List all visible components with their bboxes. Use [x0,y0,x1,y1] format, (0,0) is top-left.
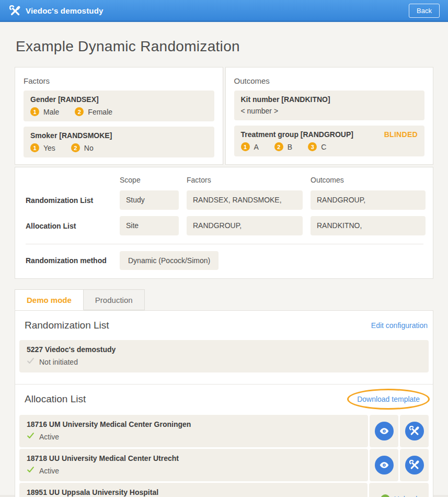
factor-title: Smoker [RANDSMOKE] [30,131,208,140]
number-badge: 2 [75,107,84,116]
allocation-row: 18716 UM University Medical Center Groni… [19,415,429,447]
tools-icon [409,426,420,436]
factor-card-gender: Gender [RANDSEX] 1 Male 2 Female [24,91,214,121]
number-badge: 3 [308,142,317,151]
mode-tabs: Demo mode Production [15,289,433,310]
outcome-title: Kit number [RANDKITNO] [241,95,418,104]
app-bar: Viedoc's demostudy Back [0,0,448,22]
randomization-method-value: Dynamic (Pocock/Simon) [120,251,219,270]
factor-value: 1 Yes [30,143,55,152]
site-title: 18718 UU University Medical Center Utrec… [27,454,361,462]
factor-title: Gender [RANDSEX] [30,95,208,104]
factor-value: 2 No [71,143,94,152]
upload-button[interactable]: + Upload [369,483,429,497]
outcome-value: 3 C [308,142,326,151]
allocation-list-title: Allocation List [25,393,86,405]
upload-link-label: Upload [394,495,417,497]
back-button[interactable]: Back [409,4,440,18]
number-badge: 2 [274,142,283,151]
blinded-badge: BLINDED [384,130,418,139]
status-text: Active [39,433,59,441]
factor-value: 2 Female [75,107,112,116]
randomization-list-title: Randomization List [25,320,109,331]
cell-outcomes: RANDGROUP, [311,190,426,210]
number-badge: 1 [30,143,39,152]
view-list-button[interactable] [375,456,394,475]
site-title: 18716 UM University Medical Center Groni… [27,420,361,428]
outcome-value: 2 B [274,142,292,151]
cell-factors: RANDGROUP, [187,216,303,235]
status-text: Active [39,467,59,475]
app-title: Viedoc's demostudy [26,6,104,15]
factors-panel: Factors Gender [RANDSEX] 1 Male 2 Female… [15,67,223,165]
lists-panel: Randomization List Edit configuration 52… [15,310,433,497]
plus-icon: + [381,494,390,497]
cell-factors: RANDSEX, RANDSMOKE, [187,190,303,210]
page-title: Example Dynamic Randomization [16,38,432,55]
number-badge: 2 [71,143,80,152]
check-icon [27,432,35,442]
configuration-table-panel: Scope Factors Outcomes Randomization Lis… [15,167,433,279]
randomization-list-item: 5227 Viedoc's demostudy Not initiated [19,340,429,372]
configure-list-button[interactable] [405,456,424,475]
column-header-factors: Factors [187,174,303,184]
status-text: Not initiated [39,358,78,366]
check-icon [27,466,35,476]
divider [26,244,423,244]
number-badge: 1 [241,142,250,151]
number-badge: 1 [30,107,39,116]
outcome-value: 1 A [241,142,259,151]
annotation-highlight-ellipse: Download template [347,389,430,410]
tools-icon [9,5,21,17]
site-title: 18951 UU Uppsala University Hospital [27,488,360,496]
allocation-site-info: 18716 UM University Medical Center Groni… [19,415,368,447]
edit-configuration-link[interactable]: Edit configuration [371,321,428,330]
factor-value: 1 Male [30,107,59,116]
cell-scope: Study [120,190,179,210]
factors-panel-title: Factors [24,76,214,85]
column-header-outcomes: Outcomes [311,174,426,184]
column-header-scope: Scope [120,174,179,184]
row-label-allocation-list: Allocation List [26,222,112,230]
action-cell [400,415,429,447]
allocation-row: 18951 UU Uppsala University Hospital Not… [19,483,429,497]
allocation-site-info: 18951 UU Uppsala University Hospital Not… [19,483,367,497]
check-icon [27,357,35,367]
action-cell [400,449,429,481]
brand: Viedoc's demostudy [9,5,104,17]
tools-icon [409,460,420,470]
outcome-card-treatment-group: Treatment group [RANDGROUP] BLINDED 1 A … [234,126,425,156]
download-template-link[interactable]: Download template [357,395,420,403]
tab-demo-mode[interactable]: Demo mode [15,289,84,310]
eye-icon [379,460,389,470]
allocation-row: 18718 UU University Medical Center Utrec… [19,449,429,481]
randomization-method-label: Randomization method [26,256,120,265]
outcome-placeholder: < number > [241,107,418,115]
action-cell [370,449,398,481]
eye-icon [379,426,389,436]
tab-production[interactable]: Production [84,289,145,310]
allocation-site-info: 18718 UU University Medical Center Utrec… [19,449,368,481]
outcomes-panel: Outcomes Kit number [RANDKITNO] < number… [225,67,434,165]
outcomes-panel-title: Outcomes [234,76,425,85]
outcome-card-kit-number: Kit number [RANDKITNO] < number > [234,91,425,120]
view-list-button[interactable] [375,422,394,440]
action-cell [370,415,398,447]
row-label-randomization-list: Randomization List [26,196,112,205]
cell-scope: Site [120,216,179,235]
cell-outcomes: RANDKITNO, [311,216,426,235]
factor-card-smoker: Smoker [RANDSMOKE] 1 Yes 2 No [24,127,214,157]
configure-list-button[interactable] [405,422,424,440]
list-item-title: 5227 Viedoc's demostudy [27,345,421,354]
